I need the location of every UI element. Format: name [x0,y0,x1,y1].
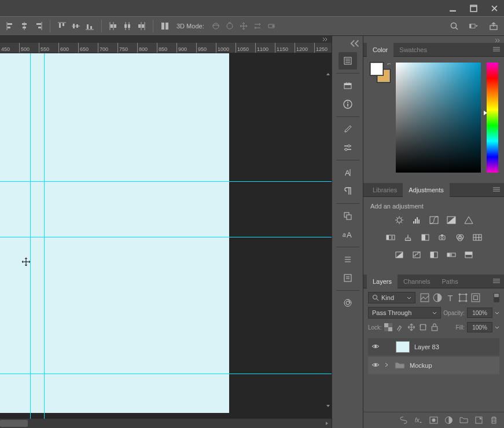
filter-smart-icon[interactable] [471,293,480,302]
exposure-icon[interactable] [446,214,457,226]
close-button[interactable] [488,2,501,14]
canvas-viewport[interactable] [0,53,332,419]
horizontal-ruler[interactable]: 4505005506006507007508008509009501000105… [0,43,332,53]
panel-menu-icon[interactable] [492,278,501,285]
horizontal-guide[interactable] [0,374,332,374]
scroll-up-icon[interactable] [325,71,332,78]
character-panel-icon[interactable]: A [339,164,357,181]
tab-swatches[interactable]: Swatches [393,43,433,57]
search-icon[interactable] [448,20,460,32]
layer-style-icon[interactable]: fx [414,416,423,425]
link-layers-icon[interactable] [399,416,408,425]
clone-source-panel-icon[interactable] [339,207,357,225]
delete-layer-icon[interactable] [489,416,498,425]
maximize-button[interactable] [467,2,480,14]
artboard[interactable] [0,53,229,413]
lock-all-icon[interactable] [431,323,439,331]
brush-settings-panel-icon[interactable] [339,139,357,156]
tab-color[interactable]: Color [367,43,393,57]
photo-filter-icon[interactable] [437,232,448,243]
layer-name[interactable]: Layer 83 [414,343,439,350]
panel-menu-icon[interactable] [492,186,501,193]
color-field[interactable] [396,63,481,173]
lock-artboard-icon[interactable] [419,323,427,331]
panel-menu-icon[interactable] [492,46,501,53]
swap-colors-icon[interactable]: ⤺ [387,61,391,67]
scroll-down-icon[interactable] [325,403,332,409]
hue-slider[interactable] [487,63,498,173]
layer-row[interactable]: Layer 83 [368,338,499,356]
info-panel-icon[interactable] [339,96,357,113]
tab-paths[interactable]: Paths [436,275,464,288]
twisty-icon[interactable] [384,362,390,369]
curves-icon[interactable] [428,214,440,226]
new-layer-icon[interactable] [474,416,483,425]
horizontal-guide[interactable] [0,181,332,182]
tab-libraries[interactable]: Libraries [367,183,403,197]
panel-collapse-handle[interactable] [0,36,332,43]
color-balance-icon[interactable] [402,232,414,243]
tab-channels[interactable]: Channels [398,275,436,288]
layer-row[interactable]: Mockup [368,357,499,374]
invert-icon[interactable] [393,249,405,261]
layer-name[interactable]: Mockup [410,362,432,369]
gradient-map-icon[interactable] [446,249,457,261]
tab-layers[interactable]: Layers [367,275,398,288]
opacity-field[interactable]: 100% [467,308,492,318]
expand-panels-right-icon[interactable] [491,36,504,43]
blend-mode-dropdown[interactable]: Pass Through [368,307,441,319]
chevron-down-icon[interactable] [495,309,499,316]
filter-pixel-icon[interactable] [420,293,429,302]
expand-panels-icon[interactable] [348,37,363,51]
roll-3d-icon[interactable] [224,20,236,32]
chevron-down-icon[interactable] [495,324,499,331]
screen-mode-icon[interactable] [466,20,482,32]
levels-icon[interactable] [411,214,422,226]
align-left-edges-icon[interactable] [5,20,16,32]
align-horizontal-centers-icon[interactable] [19,20,30,32]
scroll-right-icon[interactable] [322,419,332,428]
properties-panel-icon[interactable] [339,77,357,94]
history-panel-icon[interactable] [339,52,357,69]
foreground-swatch[interactable] [370,63,383,75]
align-right-edges-icon[interactable] [32,20,44,32]
minimize-button[interactable] [446,2,459,14]
filter-adjustment-icon[interactable] [433,293,442,302]
brightness-contrast-icon[interactable] [393,214,405,226]
vibrance-icon[interactable] [463,214,474,226]
align-bottom-edges-icon[interactable] [84,20,95,32]
align-top-edges-icon[interactable] [56,20,68,32]
vertical-scrollbar[interactable] [325,71,332,409]
zoom-3d-icon[interactable] [266,20,277,32]
filter-type-icon[interactable]: T [446,293,455,302]
lock-position-icon[interactable] [407,323,415,331]
lock-pixels-icon[interactable] [396,323,404,331]
distribute-left-icon[interactable] [108,20,119,32]
vertical-guide[interactable] [30,53,31,419]
filter-toggle[interactable] [494,293,499,302]
fill-field[interactable]: 100% [467,322,492,332]
scrollbar-thumb[interactable] [0,420,28,427]
pan-3d-icon[interactable] [238,20,249,32]
color-lookup-icon[interactable] [472,232,483,243]
distribute-center-icon[interactable] [122,20,133,32]
glyphs-panel-icon[interactable]: aA [339,226,357,243]
filter-kind-dropdown[interactable]: Kind [368,292,415,303]
actions-panel-icon[interactable] [339,251,357,268]
distribute-right-icon[interactable] [135,20,147,32]
threshold-icon[interactable] [428,249,440,261]
selective-color-icon[interactable] [463,249,474,261]
posterize-icon[interactable] [411,249,422,261]
paragraph-panel-icon[interactable] [339,182,357,200]
horizontal-guide[interactable] [0,237,332,237]
hue-saturation-icon[interactable] [385,232,396,243]
align-vertical-centers-icon[interactable] [70,20,82,32]
visibility-toggle-icon[interactable] [371,362,380,369]
slide-3d-icon[interactable] [252,20,263,32]
layer-thumbnail[interactable] [396,341,410,353]
share-icon[interactable] [488,20,499,32]
channel-mixer-icon[interactable] [454,232,466,243]
lock-transparency-icon[interactable] [384,323,392,331]
layer-mask-icon[interactable] [429,416,438,425]
new-group-icon[interactable] [459,416,468,425]
